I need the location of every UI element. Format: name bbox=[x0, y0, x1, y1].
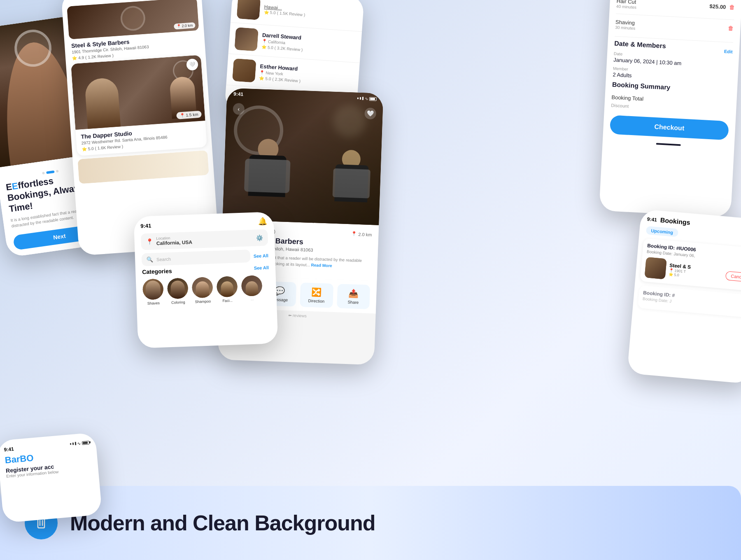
categories-title: Categories bbox=[142, 268, 172, 275]
wifi-register-icon: ∿ bbox=[77, 441, 81, 446]
share-button[interactable]: 📤 Share bbox=[337, 284, 370, 309]
category-shaves[interactable]: Shaves bbox=[142, 279, 164, 306]
categories-section: Categories See All Shaves Coloring bbox=[135, 264, 277, 306]
edit-link[interactable]: Edit bbox=[724, 49, 733, 54]
shop-image-1 bbox=[645, 257, 667, 279]
direction-button[interactable]: 🔀 Direction bbox=[300, 282, 333, 308]
banner-text: Modern and Clean Background bbox=[70, 511, 375, 535]
detail-photo: 9:41 ∿ bbox=[222, 88, 383, 225]
location-pin-icon: 📍 bbox=[146, 238, 153, 245]
service-haircut-row: Hair Cut 40 minutes $25.00 🗑 bbox=[616, 0, 735, 16]
search-icon: 🔍 bbox=[147, 256, 154, 263]
barber-card-2[interactable]: 🤍 📍 1.5 km The Dapper Studio 2972 Westhe… bbox=[71, 55, 207, 156]
booking-header: Services $30.00 Hair Cut 40 minutes $25.… bbox=[604, 0, 741, 118]
cancel-button-1[interactable]: Cancel bbox=[725, 271, 741, 282]
service-shaving-row: Shaving 30 minutes 🗑 bbox=[615, 17, 734, 37]
barber-darrell-photo bbox=[234, 27, 259, 51]
direction-icon: 🔀 bbox=[311, 287, 322, 297]
card-2-photo: 🤍 📍 1.5 km bbox=[71, 55, 205, 130]
categories-see-all[interactable]: See All bbox=[254, 265, 269, 271]
location-pin-small: 📍 bbox=[262, 39, 267, 44]
dot-1 bbox=[42, 172, 45, 175]
bottom-banner: Modern and Clean Background bbox=[0, 486, 741, 560]
category-extra[interactable]: ··· bbox=[241, 275, 263, 302]
phone-search: 9:41 🔔 📍 Location California, USA ⚙️ 🔍 S… bbox=[134, 212, 278, 348]
notification-icon[interactable]: 🔔 bbox=[258, 217, 268, 226]
category-facial[interactable]: Faci... bbox=[217, 276, 238, 303]
delete-haircut-icon[interactable]: 🗑 bbox=[729, 4, 735, 11]
location-pin-esther: 📍 bbox=[259, 70, 265, 75]
wifi-detail-icon: ∿ bbox=[365, 96, 368, 101]
booking-item-2: Booking ID: # Booking Date: J bbox=[638, 285, 741, 318]
category-shampoo[interactable]: Shampoo bbox=[192, 277, 213, 304]
share-icon: 📤 bbox=[348, 288, 359, 299]
date-section: Date January 06, 2024 | 10:30 am Member … bbox=[613, 51, 732, 84]
date-members-title: Date & Members bbox=[614, 40, 666, 50]
filter-icon[interactable]: ⚙️ bbox=[256, 234, 263, 241]
delete-shaving-icon[interactable]: 🗑 bbox=[728, 25, 734, 32]
read-more-link[interactable]: Read More bbox=[311, 263, 332, 268]
checkout-button[interactable]: Checkout bbox=[610, 115, 729, 140]
barber-card-3-partial bbox=[77, 150, 209, 184]
dot-3 bbox=[56, 170, 59, 173]
see-all-link[interactable]: See All bbox=[254, 253, 269, 258]
category-coloring[interactable]: Coloring bbox=[167, 278, 189, 305]
search-bar[interactable]: 🔍 Search bbox=[142, 250, 251, 266]
phone-register: 9:41 ∿ BarBO Register your acc Enter you… bbox=[0, 432, 102, 523]
booking-item-1: Booking ID: #IUO006 Booking Date: Januar… bbox=[640, 238, 741, 291]
home-indicator bbox=[656, 143, 681, 146]
booking-summary-title: Booking Summary bbox=[612, 81, 731, 94]
phone-bookings-list: 9:41 Bookings ‹ Upcoming Booking ID: #IU… bbox=[627, 209, 741, 384]
register-header: 9:41 ∿ BarBO Register your acc Enter you… bbox=[0, 432, 99, 483]
categories-row: Shaves Coloring Shampoo bbox=[142, 275, 270, 306]
dot-2 bbox=[46, 170, 55, 174]
barber-esther-photo bbox=[232, 58, 256, 83]
barber-hawaii-photo bbox=[237, 0, 261, 20]
phone-booking: Services $30.00 Hair Cut 40 minutes $25.… bbox=[599, 0, 741, 217]
